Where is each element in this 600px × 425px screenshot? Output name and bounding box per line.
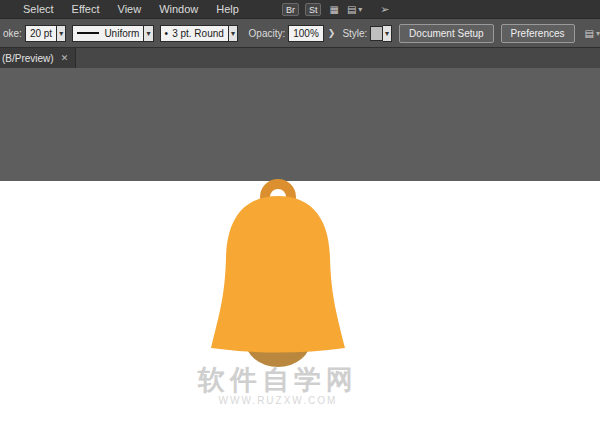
close-icon[interactable]: ✕ [61,53,69,63]
align-options-chevron-icon[interactable]: ▾ [596,29,600,38]
style-label: Style: [342,28,367,39]
illustrator-window: Select Effect View Window Help Br St ▦ ▤… [0,0,600,425]
menu-window[interactable]: Window [150,0,207,18]
align-options-icon[interactable]: ▤ [585,28,594,39]
style-swatch[interactable] [370,26,382,41]
preferences-button[interactable]: Preferences [501,24,575,43]
document-setup-button[interactable]: Document Setup [399,24,494,43]
brush-dot-icon: • [165,28,169,39]
style-dropdown-icon[interactable]: ▾ [383,25,392,42]
stroke-label: oke: [3,28,22,39]
menu-bar: Select Effect View Window Help Br St ▦ ▤… [0,0,600,18]
stock-button[interactable]: St [305,3,322,16]
opacity-label: Opacity: [249,28,286,39]
opacity-input[interactable]: 100% [288,25,324,42]
width-profile-select[interactable]: Uniform [72,25,144,42]
stroke-weight-input[interactable]: 20 pt [25,25,57,42]
width-profile-value: Uniform [104,28,139,39]
document-tab-title: (B/Preview) [2,53,54,64]
opacity-flyout-icon[interactable]: ❯ [328,28,336,38]
menu-effect[interactable]: Effect [63,0,109,18]
stroke-weight-dropdown-icon[interactable]: ▾ [57,25,66,42]
bell-body [211,196,345,353]
stroke-profile-line-icon [77,32,99,34]
chevron-down-icon[interactable]: ▾ [358,5,362,14]
brush-value: 3 pt. Round [172,28,224,39]
share-icon[interactable]: ➢ [380,3,389,16]
control-bar: oke: 20 pt ▾ Uniform ▾ • 3 pt. Round ▾ O… [0,18,600,48]
menu-view[interactable]: View [109,0,151,18]
menu-help[interactable]: Help [207,0,248,18]
arrange-documents-icon[interactable]: ▦ [329,4,338,15]
brush-select[interactable]: • 3 pt. Round [160,25,229,42]
brush-dropdown-icon[interactable]: ▾ [229,25,238,42]
bridge-button[interactable]: Br [282,3,299,16]
menu-select[interactable]: Select [14,0,63,18]
workspace-switcher-icon[interactable]: ▤ [347,4,356,15]
bell-artwork [0,68,600,425]
document-tab-bar: (B/Preview) ✕ [0,48,600,68]
width-profile-dropdown-icon[interactable]: ▾ [144,25,153,42]
document-tab[interactable]: (B/Preview) ✕ [0,48,76,68]
